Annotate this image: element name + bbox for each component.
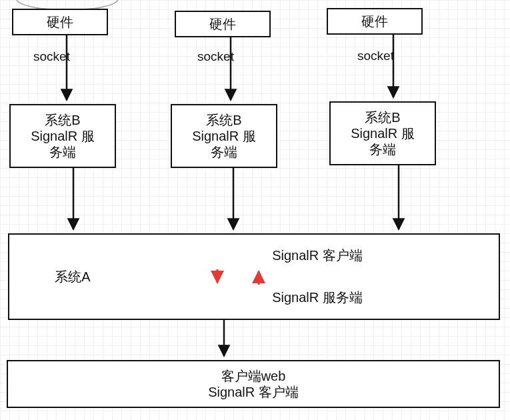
node-label: 系统A (55, 269, 90, 285)
node-label: SignalR 客户端 (272, 247, 363, 263)
node-systemB-1: 系统B SignalR 服 务端 (9, 104, 116, 168)
text-line: 务端 (31, 144, 95, 160)
text-line: SignalR 客户端 (208, 384, 299, 400)
edge-label-socket-2: socket (197, 49, 234, 64)
edge-label-socket-3: socket (357, 49, 394, 63)
text-line: 系统B (351, 109, 415, 125)
node-label: 硬件 (209, 16, 236, 32)
text-line: SignalR 服 (31, 128, 95, 144)
node-systemA: 系统A (8, 233, 137, 320)
diagram-canvas: 硬件 硬件 硬件 socket socket socket 系统B Signal… (0, 0, 510, 420)
text-line: 务端 (351, 141, 415, 157)
node-label: 硬件 (361, 13, 388, 29)
node-web-client: 客户端web SignalR 客户端 (7, 360, 500, 408)
node-label: SignalR 服务端 (272, 289, 363, 305)
node-label: 硬件 (47, 14, 73, 30)
node-systemB-3: 系统B SignalR 服 务端 (329, 101, 436, 165)
text-line: 系统B (192, 112, 256, 128)
node-signalR-server: SignalR 服务端 (136, 275, 500, 320)
edge-label-socket-1: socket (33, 49, 70, 64)
text-line: 系统B (31, 112, 95, 128)
text-line: SignalR 服 (351, 125, 415, 141)
node-hardware-1: 硬件 (12, 9, 108, 35)
node-signalR-client: SignalR 客户端 (136, 233, 500, 277)
text-line: 务端 (192, 144, 256, 160)
node-systemB-2: 系统B SignalR 服 务端 (171, 104, 277, 168)
text-line: SignalR 服 (192, 128, 256, 144)
node-hardware-3: 硬件 (327, 8, 423, 35)
text-line: 客户端web (208, 368, 299, 384)
node-hardware-2: 硬件 (175, 11, 271, 37)
edges-layer (0, 0, 510, 420)
